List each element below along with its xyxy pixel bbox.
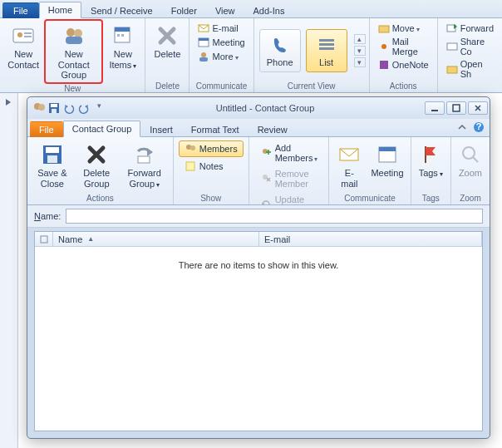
contact-card-icon xyxy=(12,24,35,47)
svg-rect-16 xyxy=(319,39,334,42)
tab-file[interactable]: File xyxy=(2,2,39,18)
save-close-button[interactable]: Save & Close xyxy=(31,139,74,191)
move-button[interactable]: Move▾ xyxy=(375,22,432,35)
sub-tab-insert[interactable]: Insert xyxy=(140,121,182,137)
svg-point-26 xyxy=(38,104,45,111)
gallery-down-icon[interactable]: ▾ xyxy=(354,46,366,56)
navigation-pane-collapsed[interactable] xyxy=(0,93,18,448)
svg-rect-28 xyxy=(51,104,57,107)
svg-rect-18 xyxy=(319,47,334,50)
minimize-button[interactable] xyxy=(425,101,445,115)
envelope-icon xyxy=(198,22,209,34)
view-list-button[interactable]: List xyxy=(306,29,347,72)
tags-label: Tags▾ xyxy=(419,168,443,179)
tab-addins[interactable]: Add-Ins xyxy=(244,2,294,18)
meeting-label: Meeting xyxy=(212,37,244,47)
main-tabstrip: File Home Send / Receive Folder View Add… xyxy=(0,0,502,18)
sub-group-actions: Save & Close Delete Group Forward Group▾… xyxy=(27,137,174,204)
svg-rect-45 xyxy=(379,147,396,151)
sub-tab-review[interactable]: Review xyxy=(249,121,297,137)
sub-group-communicate-label: Communicate xyxy=(332,193,406,204)
expand-navpane-icon[interactable] xyxy=(0,93,17,111)
open-shared-icon xyxy=(446,63,458,75)
email-label: E-mail xyxy=(212,23,238,33)
maximize-button[interactable] xyxy=(446,101,466,115)
sub-titlebar[interactable]: ▾ Untitled - Contact Group xyxy=(27,97,490,119)
share-contacts-button[interactable]: Share Co xyxy=(443,36,497,57)
view-phone-button[interactable]: Phone xyxy=(259,29,301,72)
delete-x-icon xyxy=(155,24,179,47)
email-group-button[interactable]: E-mail xyxy=(332,139,366,191)
sub-tab-contact-group[interactable]: Contact Group xyxy=(63,121,141,137)
name-row: Name: xyxy=(27,205,490,228)
more-icon xyxy=(198,51,209,62)
meeting-group-label: Meeting xyxy=(371,168,403,179)
open-shared-label: Open Sh xyxy=(460,59,494,79)
sub-tab-file[interactable]: File xyxy=(30,121,63,137)
undo-icon[interactable] xyxy=(62,101,76,115)
new-items-label: New Items▾ xyxy=(108,49,137,70)
save-close-label: Save & Close xyxy=(35,168,70,189)
name-input[interactable] xyxy=(66,209,483,224)
ribbon-group-delete: Delete Delete xyxy=(145,18,189,92)
ribbon-group-communicate: E-mail Meeting More▾ Communicate xyxy=(189,18,253,92)
view-list-label: List xyxy=(319,57,333,67)
mail-merge-button[interactable]: Mail Merge xyxy=(375,36,432,57)
tab-home[interactable]: Home xyxy=(39,2,81,18)
forward-group-label: Forward Group▾ xyxy=(124,168,165,189)
tags-button[interactable]: Tags▾ xyxy=(415,139,447,181)
onenote-button[interactable]: OneNote xyxy=(375,58,432,71)
share-label: Share Co xyxy=(460,37,494,57)
sub-tabstrip: File Contact Group Insert Format Text Re… xyxy=(27,119,490,137)
save-icon[interactable] xyxy=(47,101,61,115)
tab-view[interactable]: View xyxy=(206,2,244,18)
help-icon[interactable]: ? xyxy=(473,121,485,133)
show-members-button[interactable]: Members xyxy=(179,140,244,157)
sub-ribbon: Save & Close Delete Group Forward Group▾… xyxy=(27,137,490,205)
grid-col-name[interactable]: Name ▲ xyxy=(53,232,259,246)
remove-member-button[interactable]: Remove Member xyxy=(254,166,324,191)
window-buttons xyxy=(425,101,488,115)
notes-icon xyxy=(185,160,196,172)
gallery-more-icon[interactable]: ▾ xyxy=(354,57,366,67)
grid-col-icon[interactable] xyxy=(35,232,53,246)
tab-send-receive[interactable]: Send / Receive xyxy=(81,2,162,18)
meeting-button[interactable]: Meeting xyxy=(194,36,248,49)
tab-folder[interactable]: Folder xyxy=(162,2,206,18)
redo-icon[interactable] xyxy=(77,101,91,115)
add-members-label: Add Members▾ xyxy=(275,143,318,163)
gallery-up-icon[interactable]: ▴ xyxy=(354,34,366,44)
zoom-label: Zoom xyxy=(459,168,482,179)
forward-group-button[interactable]: Forward Group▾ xyxy=(120,139,170,191)
ribbon-group-new: New Contact New Contact Group New Items▾… xyxy=(0,18,145,92)
more-button[interactable]: More▾ xyxy=(194,50,248,63)
delete-button[interactable]: Delete xyxy=(149,20,185,62)
svg-text:?: ? xyxy=(476,121,482,131)
forward-contact-button[interactable]: Forward xyxy=(443,22,497,35)
meeting-group-button[interactable]: Meeting xyxy=(367,139,406,181)
delete-group-button[interactable]: Delete Group xyxy=(76,139,118,191)
svg-rect-29 xyxy=(52,109,57,113)
open-shared-button[interactable]: Open Sh xyxy=(443,58,497,80)
add-members-button[interactable]: Add Members▾ xyxy=(254,140,324,165)
email-button[interactable]: E-mail xyxy=(194,22,248,35)
new-contact-group-button[interactable]: New Contact Group xyxy=(45,20,102,83)
forward-icon xyxy=(446,22,458,34)
grid-col-email[interactable]: E-mail xyxy=(259,232,482,246)
show-notes-button[interactable]: Notes xyxy=(179,158,244,175)
minimize-ribbon-icon[interactable] xyxy=(456,121,468,133)
sub-group-show: Members Notes Show xyxy=(174,137,249,204)
grid-col-name-label: Name xyxy=(58,234,82,244)
ribbon-group-current-view: Phone List ▴ ▾ ▾ Current View xyxy=(254,18,370,92)
app-icon xyxy=(32,101,46,115)
quick-access-toolbar: ▾ xyxy=(29,101,106,115)
close-button[interactable] xyxy=(468,101,488,115)
sub-tab-format-text[interactable]: Format Text xyxy=(182,121,249,137)
new-items-button[interactable]: New Items▾ xyxy=(104,20,141,72)
qat-customize-icon[interactable]: ▾ xyxy=(92,101,106,115)
envelope-icon xyxy=(337,143,361,166)
zoom-button[interactable]: Zoom xyxy=(455,139,486,181)
new-contact-button[interactable]: New Contact xyxy=(3,20,43,72)
folder-move-icon xyxy=(378,22,390,34)
more-label: More▾ xyxy=(212,52,238,62)
